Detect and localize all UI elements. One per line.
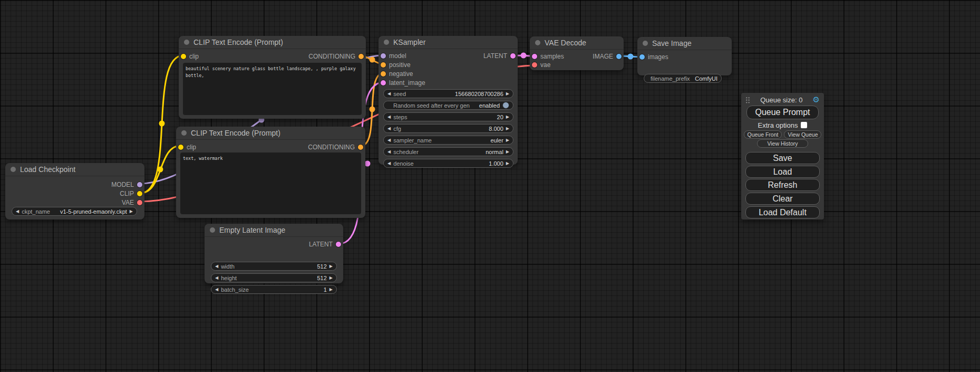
- latent-output-socket[interactable]: [510, 53, 516, 59]
- output-slot-latent[interactable]: LATENT: [309, 241, 341, 248]
- load-button[interactable]: Load: [745, 166, 820, 178]
- vae-input-socket[interactable]: [532, 62, 537, 68]
- arrow-right-icon[interactable]: ▶: [506, 92, 509, 96]
- node-title-bar[interactable]: VAE Decode: [530, 36, 624, 50]
- node-save-image[interactable]: Save Image images filename_prefix ComfyU…: [637, 37, 732, 75]
- node-title-bar[interactable]: Save Image: [637, 37, 732, 50]
- arrow-right-icon[interactable]: ▶: [506, 115, 509, 119]
- arrow-right-icon[interactable]: ▶: [329, 276, 333, 280]
- batch-size-widget[interactable]: ◀ batch_size 1 ▶: [211, 285, 337, 294]
- node-load-checkpoint[interactable]: Load Checkpoint MODEL CLIP VAE: [5, 163, 144, 220]
- output-slot-image[interactable]: IMAGE: [593, 53, 622, 60]
- gear-icon[interactable]: ⚙: [813, 96, 820, 104]
- denoise-widget[interactable]: ◀ denoise 1.000 ▶: [383, 159, 513, 168]
- steps-widget[interactable]: ◀ steps 20 ▶: [383, 112, 513, 121]
- prompt-textarea[interactable]: text, watermark: [180, 152, 361, 214]
- arrow-right-icon[interactable]: ▶: [506, 138, 509, 142]
- random-seed-toggle-widget[interactable]: Random seed after every gen enabled: [383, 101, 513, 110]
- clear-button[interactable]: Clear: [745, 193, 820, 205]
- output-slot-model[interactable]: MODEL: [111, 181, 142, 188]
- arrow-left-icon[interactable]: ◀: [215, 276, 218, 280]
- drag-handle-icon[interactable]: [745, 97, 750, 103]
- input-slot-latent-image[interactable]: latent_image: [381, 79, 425, 87]
- prompt-textarea[interactable]: beautiful scenery nature glass bottle la…: [183, 63, 362, 115]
- latent-image-input-socket[interactable]: [381, 80, 386, 85]
- input-slot-clip[interactable]: clip: [181, 53, 199, 60]
- node-title-bar[interactable]: Empty Latent Image: [205, 224, 343, 237]
- view-queue-button[interactable]: View Queue: [784, 130, 821, 139]
- input-slot-model[interactable]: model: [381, 52, 406, 60]
- node-title-bar[interactable]: CLIP Text Encode (Prompt): [176, 127, 365, 140]
- input-slot-images[interactable]: images: [639, 53, 668, 61]
- queue-prompt-button[interactable]: Queue Prompt: [746, 106, 819, 119]
- node-empty-latent-image[interactable]: Empty Latent Image LATENT ◀ width 512 ▶ …: [205, 224, 343, 283]
- ckpt-name-widget[interactable]: ◀ ckpt_name v1-5-pruned-emaonly.ckpt ▶: [12, 207, 137, 216]
- positive-input-socket[interactable]: [381, 62, 386, 68]
- node-clip-text-encode-positive[interactable]: CLIP Text Encode (Prompt) clip CONDITION…: [179, 36, 366, 119]
- arrow-left-icon[interactable]: ◀: [387, 150, 391, 154]
- conditioning-output-socket[interactable]: [358, 145, 363, 150]
- view-history-button[interactable]: View History: [757, 139, 808, 148]
- arrow-right-icon[interactable]: ▶: [506, 150, 509, 154]
- arrow-left-icon[interactable]: ◀: [387, 92, 391, 96]
- collapse-dot-icon[interactable]: [184, 40, 189, 45]
- height-widget[interactable]: ◀ height 512 ▶: [211, 273, 337, 282]
- load-default-button[interactable]: Load Default: [745, 206, 820, 218]
- node-title-bar[interactable]: Load Checkpoint: [5, 163, 144, 176]
- filename-prefix-widget[interactable]: filename_prefix ComfyUI: [644, 74, 722, 83]
- clip-input-socket[interactable]: [178, 145, 183, 150]
- output-slot-clip[interactable]: CLIP: [120, 190, 142, 197]
- arrow-left-icon[interactable]: ◀: [387, 161, 391, 166]
- image-output-socket[interactable]: [616, 54, 622, 59]
- queue-front-button[interactable]: Queue Front: [744, 130, 782, 139]
- images-input-socket[interactable]: [639, 54, 645, 60]
- output-slot-conditioning[interactable]: CONDITIONING: [308, 53, 364, 60]
- toggle-icon[interactable]: [502, 102, 509, 109]
- clip-input-socket[interactable]: [181, 54, 186, 59]
- output-slot-conditioning[interactable]: CONDITIONING: [308, 144, 363, 151]
- input-slot-vae[interactable]: vae: [532, 61, 550, 69]
- extra-options-checkbox[interactable]: [801, 122, 807, 128]
- width-widget[interactable]: ◀ width 512 ▶: [211, 262, 337, 271]
- collapse-dot-icon[interactable]: [535, 40, 540, 45]
- negative-input-socket[interactable]: [381, 71, 386, 77]
- model-input-socket[interactable]: [381, 53, 386, 59]
- node-canvas[interactable]: Load Checkpoint MODEL CLIP VAE: [0, 0, 980, 372]
- arrow-left-icon[interactable]: ◀: [215, 264, 218, 269]
- queue-panel[interactable]: Queue size: 0 ⚙ Queue Prompt Extra optio…: [741, 93, 824, 220]
- output-slot-latent[interactable]: LATENT: [483, 52, 516, 60]
- model-output-socket[interactable]: [137, 182, 142, 187]
- collapse-dot-icon[interactable]: [384, 40, 389, 45]
- output-slot-vae[interactable]: VAE: [122, 199, 142, 206]
- arrow-right-icon[interactable]: ▶: [506, 161, 509, 166]
- cfg-widget[interactable]: ◀ cfg 8.000 ▶: [383, 124, 513, 133]
- refresh-button[interactable]: Refresh: [745, 179, 820, 191]
- seed-widget[interactable]: ◀ seed 156680208700286 ▶: [383, 89, 513, 98]
- vae-output-socket[interactable]: [137, 200, 142, 205]
- arrow-right-icon[interactable]: ▶: [506, 127, 509, 131]
- node-vae-decode[interactable]: VAE Decode samples IMAGE vae: [530, 36, 624, 70]
- scheduler-widget[interactable]: ◀ scheduler normal ▶: [383, 147, 513, 156]
- input-slot-samples[interactable]: samples: [532, 53, 564, 60]
- node-ksampler[interactable]: KSampler model LATENT positive: [379, 36, 518, 165]
- collapse-dot-icon[interactable]: [643, 41, 648, 46]
- node-title-bar[interactable]: KSampler: [379, 36, 518, 49]
- clip-output-socket[interactable]: [137, 191, 142, 196]
- arrow-left-icon[interactable]: ◀: [387, 138, 391, 142]
- arrow-right-icon[interactable]: ▶: [329, 288, 333, 292]
- arrow-left-icon[interactable]: ◀: [16, 209, 19, 214]
- input-slot-positive[interactable]: positive: [381, 61, 411, 69]
- conditioning-output-socket[interactable]: [358, 54, 364, 59]
- input-slot-negative[interactable]: negative: [381, 70, 413, 78]
- node-title-bar[interactable]: CLIP Text Encode (Prompt): [179, 36, 366, 49]
- latent-output-socket[interactable]: [336, 242, 341, 247]
- arrow-left-icon[interactable]: ◀: [215, 288, 218, 292]
- collapse-dot-icon[interactable]: [210, 227, 215, 233]
- arrow-left-icon[interactable]: ◀: [387, 115, 391, 119]
- arrow-right-icon[interactable]: ▶: [130, 209, 133, 214]
- sampler-name-widget[interactable]: ◀ sampler_name euler ▶: [383, 136, 513, 145]
- arrow-left-icon[interactable]: ◀: [387, 127, 391, 131]
- arrow-right-icon[interactable]: ▶: [329, 264, 333, 269]
- input-slot-clip[interactable]: clip: [178, 144, 196, 151]
- save-button[interactable]: Save: [745, 152, 820, 164]
